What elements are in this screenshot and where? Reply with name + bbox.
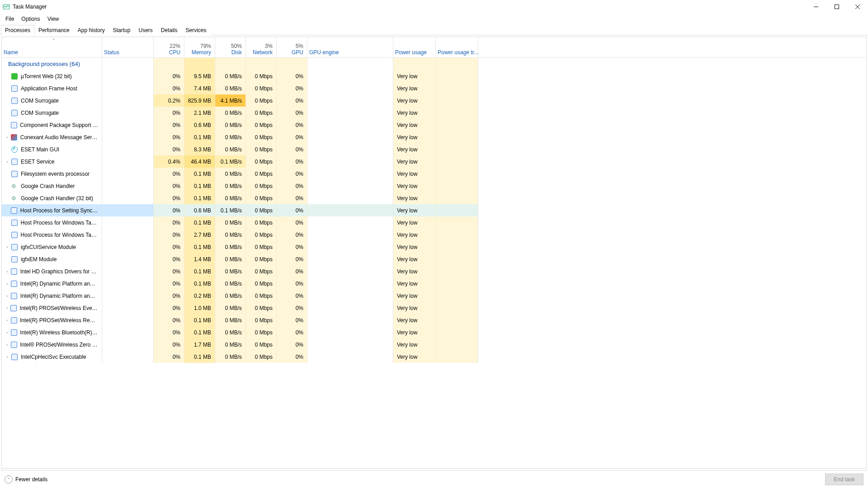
table-row[interactable]: Host Process for Setting Synchr...0%0.6 …: [2, 204, 866, 216]
col-network[interactable]: 3%Network: [246, 37, 277, 57]
table-row[interactable]: Google Crash Handler (32 bit)0%0.1 MB0 M…: [2, 192, 866, 204]
col-gpu[interactable]: 5%GPU: [277, 37, 307, 57]
column-headers: ⌃ Name Status 22%CPU 79%Memory 50%Disk 3…: [2, 37, 866, 58]
menu-view[interactable]: View: [44, 14, 63, 23]
table-row[interactable]: COM Surrogate0%2.1 MB0 MB/s0 Mbps0%Very …: [2, 107, 866, 119]
process-name: Google Crash Handler (32 bit): [21, 195, 93, 202]
process-name: igfxCUIService Module: [21, 244, 76, 250]
process-name: Intel® PROSet/Wireless Zero Co...: [20, 342, 98, 348]
group-background-processes[interactable]: Background processes (64): [2, 58, 866, 70]
chevron-up-icon: ⌃: [5, 475, 13, 483]
table-row[interactable]: Host Process for Windows Tasks0%0.1 MB0 …: [2, 216, 866, 229]
col-mem-pct: 79%: [186, 43, 211, 49]
col-name[interactable]: ⌃ Name: [2, 37, 102, 57]
end-task-button[interactable]: End task: [825, 474, 863, 485]
col-disk[interactable]: 50%Disk: [215, 37, 246, 57]
cell-cpu: 0%: [154, 265, 184, 277]
expand-icon[interactable]: ›: [5, 135, 9, 140]
table-row[interactable]: ›Conexant Audio Message Service0%0.1 MB0…: [2, 131, 866, 143]
cell-memory: 7.4 MB: [184, 82, 215, 94]
window-controls: [806, 0, 868, 14]
tab-details[interactable]: Details: [157, 25, 182, 35]
table-row[interactable]: Filesystem events processor0%0.1 MB0 MB/…: [2, 168, 866, 180]
tab-startup[interactable]: Startup: [109, 25, 135, 35]
table-row[interactable]: ›Intel HD Graphics Drivers for Wi...0%0.…: [2, 265, 866, 277]
cell-cpu: 0%: [154, 338, 184, 351]
cell-power: Very low: [393, 253, 436, 265]
cell-power: Very low: [393, 204, 436, 216]
col-power-trend[interactable]: Power usage tr...: [436, 37, 478, 57]
cell-memory: 2.1 MB: [184, 107, 215, 119]
cell-disk: 0 MB/s: [215, 229, 246, 241]
tab-services[interactable]: Services: [182, 25, 211, 35]
tab-performance[interactable]: Performance: [34, 25, 74, 35]
expand-icon[interactable]: ›: [5, 318, 9, 323]
cell-power: Very low: [393, 338, 436, 351]
cell-network: 0 Mbps: [246, 204, 277, 216]
table-row[interactable]: ›Intel® PROSet/Wireless Zero Co...0%1.7 …: [2, 338, 866, 351]
cell-gpu: 0%: [277, 70, 307, 82]
table-row[interactable]: ›Intel(R) Dynamic Platform and T...0%0.2…: [2, 290, 866, 302]
expand-icon[interactable]: ›: [5, 245, 10, 249]
table-row[interactable]: igfxEM Module0%1.4 MB0 MB/s0 Mbps0%Very …: [2, 253, 866, 265]
tab-app-history[interactable]: App history: [74, 25, 109, 35]
table-row[interactable]: Google Crash Handler0%0.1 MB0 MB/s0 Mbps…: [2, 180, 866, 192]
col-power[interactable]: Power usage: [393, 37, 436, 57]
table-row[interactable]: µTorrent Web (32 bit)0%9.5 MB0 MB/s0 Mbp…: [2, 70, 866, 82]
table-row[interactable]: ›ESET Service0.4%46.4 MB0.1 MB/s0 Mbps0%…: [2, 155, 866, 168]
table-row[interactable]: Component Package Support Se...0%0.6 MB0…: [2, 119, 866, 131]
expand-icon[interactable]: ›: [5, 355, 10, 359]
expand-icon[interactable]: ›: [5, 343, 9, 347]
expand-icon[interactable]: ›: [5, 160, 10, 164]
close-button[interactable]: [847, 0, 868, 14]
table-row[interactable]: ›Intel(R) PROSet/Wireless Event L...0%1.…: [2, 302, 866, 314]
cell-network: 0 Mbps: [246, 192, 277, 204]
fewer-details-button[interactable]: ⌃ Fewer details: [5, 475, 47, 483]
cell-power-trend: [436, 302, 478, 314]
expand-icon[interactable]: ›: [5, 306, 9, 310]
expand-icon[interactable]: ›: [5, 330, 9, 335]
minimize-button[interactable]: [806, 0, 826, 14]
process-name: Filesystem events processor: [21, 171, 90, 177]
table-row[interactable]: ›Intel(R) Dynamic Platform and T...0%0.1…: [2, 277, 866, 290]
cell-power-trend: [436, 131, 478, 143]
cell-cpu: 0%: [154, 131, 184, 143]
col-status[interactable]: Status: [102, 37, 154, 57]
cell-memory: 8.3 MB: [184, 143, 215, 155]
process-icon: [11, 207, 18, 214]
table-row[interactable]: Host Process for Windows Tasks0%2.7 MB0 …: [2, 229, 866, 241]
tab-processes[interactable]: Processes: [1, 25, 34, 35]
table-row[interactable]: ›Intel(R) Wireless Bluetooth(R) iB...0%0…: [2, 326, 866, 338]
expand-icon[interactable]: ›: [5, 282, 9, 286]
cell-power: Very low: [393, 216, 436, 229]
cell-cpu: 0%: [154, 241, 184, 253]
col-cpu[interactable]: 22%CPU: [154, 37, 184, 57]
table-row[interactable]: ›Intel(R) PROSet/Wireless Registr...0%0.…: [2, 314, 866, 326]
process-icon: [11, 219, 18, 226]
tab-strip: Processes Performance App history Startu…: [0, 24, 868, 35]
expand-icon[interactable]: ›: [5, 269, 9, 274]
table-row[interactable]: Application Frame Host0%7.4 MB0 MB/s0 Mb…: [2, 82, 866, 94]
cell-disk: 0 MB/s: [215, 277, 246, 290]
cell-cpu: 0%: [154, 326, 184, 338]
maximize-button[interactable]: [826, 0, 847, 14]
cell-memory: 825.9 MB: [184, 94, 215, 107]
tab-users[interactable]: Users: [134, 25, 156, 35]
table-row[interactable]: ›IntelCpHeciSvc Executable0%0.1 MB0 MB/s…: [2, 351, 866, 363]
table-row[interactable]: ›igfxCUIService Module0%0.1 MB0 MB/s0 Mb…: [2, 241, 866, 253]
cell-cpu: 0%: [154, 119, 184, 131]
table-row[interactable]: ESET Main GUI0%8.3 MB0 MB/s0 Mbps0%Very …: [2, 143, 866, 155]
menu-file[interactable]: File: [2, 14, 18, 23]
menu-options[interactable]: Options: [18, 14, 43, 23]
cell-memory: 0.1 MB: [184, 192, 215, 204]
table-row[interactable]: COM Surrogate0.2%825.9 MB4.1 MB/s0 Mbps0…: [2, 94, 866, 107]
col-memory[interactable]: 79%Memory: [184, 37, 215, 57]
cell-power-trend: [436, 94, 478, 107]
process-icon: [10, 134, 17, 141]
col-gpu-engine[interactable]: GPU engine: [307, 37, 393, 57]
title-bar: Task Manager: [0, 0, 868, 14]
expand-icon[interactable]: ›: [5, 294, 9, 298]
cell-gpu: 0%: [277, 107, 307, 119]
process-name: IntelCpHeciSvc Executable: [21, 354, 86, 360]
cell-disk: 0.1 MB/s: [215, 155, 246, 168]
